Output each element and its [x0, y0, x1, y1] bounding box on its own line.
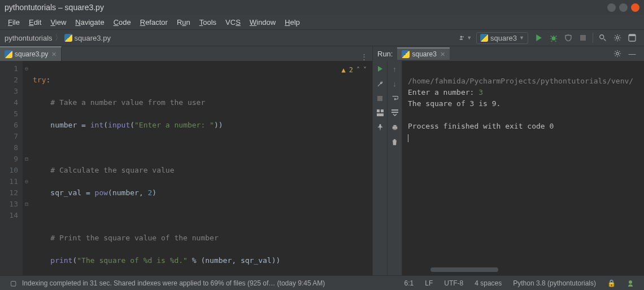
warning-count: 2 — [349, 64, 353, 76]
line-separator[interactable]: LF — [425, 279, 433, 287]
fold-column[interactable]: ⊖ ⊟⊖⊟ — [23, 61, 31, 275]
python-interpreter[interactable]: Python 3.8 (pythontutorials) — [513, 279, 596, 287]
next-highlight-icon[interactable]: ˅ — [363, 64, 367, 76]
ide-help-button[interactable] — [626, 32, 638, 44]
menu-run[interactable]: Run — [172, 16, 195, 28]
window-minimize-button[interactable] — [607, 3, 616, 12]
menu-help[interactable]: Help — [280, 16, 304, 28]
menu-tools[interactable]: Tools — [195, 16, 221, 28]
svg-rect-10 — [381, 109, 384, 112]
comment: # Calculate the square value — [50, 166, 174, 174]
run-console[interactable]: /home/fahmida/PycharmProjects/pythontuto… — [402, 61, 644, 275]
menu-view[interactable]: View — [46, 16, 71, 28]
chevron-down-icon: ▼ — [519, 35, 524, 41]
prev-highlight-icon[interactable]: ˄ — [356, 64, 360, 76]
kw-try: try — [33, 76, 46, 84]
breadcrumb[interactable]: pythontutorials 〉 square3.py — [5, 33, 111, 43]
run-panel: Run: square3 ✕ — ↑ ↓ — [373, 46, 644, 275]
run-tab[interactable]: square3 ✕ — [397, 47, 449, 60]
run-header: Run: square3 ✕ — — [373, 46, 644, 61]
menu-refactor[interactable]: Refactor — [136, 16, 172, 28]
svg-point-7 — [616, 52, 619, 55]
status-message: Indexing completed in 31 sec. Shared ind… — [22, 279, 325, 287]
debug-button[interactable] — [547, 32, 560, 44]
chevron-down-icon: ▼ — [467, 35, 472, 41]
console-line: The square of 3 is 9. — [408, 99, 501, 108]
settings-button[interactable] — [611, 32, 624, 44]
svg-point-1 — [552, 36, 556, 40]
console-input: 3 — [478, 88, 483, 96]
tab-options-icon[interactable]: ⋮ — [356, 52, 372, 61]
file-encoding[interactable]: UTF-8 — [444, 279, 463, 287]
trash-icon[interactable] — [390, 138, 399, 147]
editor-tab[interactable]: square3.py ✕ — [0, 46, 62, 61]
window-close-button[interactable] — [631, 3, 639, 12]
svg-point-3 — [600, 35, 604, 39]
warning-icon: ▲ — [342, 64, 346, 76]
scroll-to-end-icon[interactable] — [390, 108, 399, 117]
hector-icon[interactable] — [627, 280, 634, 287]
code-area[interactable]: try: # Take a number value from the user… — [31, 61, 372, 275]
console-line: Enter a number: — [408, 88, 478, 96]
down-icon[interactable]: ↓ — [390, 79, 399, 88]
line-gutter: 1234567 891011121314 — [0, 61, 23, 275]
indent-setting[interactable]: 4 spaces — [475, 279, 502, 287]
search-button[interactable] — [597, 32, 609, 44]
up-icon[interactable]: ↑ — [390, 64, 399, 73]
horizontal-scrollbar[interactable] — [430, 267, 498, 272]
run-tab-label: square3 — [412, 50, 436, 58]
add-user-icon[interactable]: ▼ — [459, 32, 472, 44]
breadcrumb-sep: 〉 — [55, 33, 62, 43]
wrench-icon[interactable] — [376, 79, 385, 88]
toolwindow-icon[interactable]: ▢ — [10, 279, 16, 287]
navigation-bar: pythontutorials 〉 square3.py ▼ square3 ▼ — [0, 29, 644, 46]
window-titlebar: pythontutorials – square3.py — [0, 0, 644, 15]
status-bar: ▢ Indexing completed in 31 sec. Shared i… — [0, 275, 644, 290]
tab-close-icon[interactable]: ✕ — [51, 51, 56, 58]
run-config-selector[interactable]: square3 ▼ — [476, 32, 528, 44]
hide-panel-icon[interactable]: — — [626, 47, 638, 60]
readonly-lock-icon[interactable]: 🔒 — [607, 279, 616, 287]
window-maximize-button[interactable] — [619, 3, 628, 12]
svg-rect-13 — [391, 112, 398, 113]
run-body: ↑ ↓ /home/fahmida/PycharmProjects/python… — [373, 61, 644, 275]
svg-rect-6 — [629, 34, 636, 36]
svg-rect-2 — [580, 35, 586, 41]
run-button[interactable] — [533, 32, 545, 44]
menu-file[interactable]: File — [3, 16, 24, 28]
code-editor[interactable]: 1234567 891011121314 ⊖ ⊟⊖⊟ try: # Take a… — [0, 61, 372, 275]
python-file-icon — [64, 34, 72, 42]
svg-rect-11 — [377, 113, 384, 116]
python-file-icon — [5, 50, 12, 58]
menu-vcs[interactable]: VCS — [221, 16, 245, 28]
caret-position[interactable]: 6:1 — [404, 279, 414, 287]
breadcrumb-project[interactable]: pythontutorials — [5, 34, 53, 42]
svg-point-17 — [629, 280, 632, 284]
rerun-button[interactable] — [376, 64, 385, 73]
menu-edit[interactable]: Edit — [24, 16, 46, 28]
python-icon — [480, 34, 488, 42]
layout-icon[interactable] — [376, 108, 385, 117]
stop-button[interactable] — [376, 94, 385, 103]
console-line: Process finished with exit code 0 — [408, 122, 554, 130]
menu-code[interactable]: Code — [109, 16, 136, 28]
svg-rect-16 — [393, 129, 396, 130]
editor-tabs: square3.py ✕ ⋮ — [0, 46, 372, 61]
separator — [593, 33, 593, 43]
svg-rect-12 — [391, 109, 398, 111]
python-icon — [402, 50, 410, 58]
inspection-widget[interactable]: ▲ 2 ˄ ˅ — [342, 64, 367, 76]
print-icon[interactable] — [390, 123, 399, 132]
coverage-button[interactable] — [562, 32, 575, 44]
breadcrumb-file[interactable]: square3.py — [75, 34, 111, 42]
menu-navigate[interactable]: Navigate — [71, 16, 108, 28]
run-label: Run: — [377, 50, 393, 58]
softwrap-icon[interactable] — [390, 94, 399, 103]
pin-icon[interactable] — [376, 123, 385, 132]
stop-button[interactable] — [577, 32, 589, 44]
run-tab-close-icon[interactable]: ✕ — [440, 51, 445, 58]
main-content: square3.py ✕ ⋮ 1234567 891011121314 ⊖ ⊟⊖… — [0, 46, 644, 275]
editor-tab-label: square3.py — [15, 50, 48, 58]
run-settings-icon[interactable] — [611, 47, 624, 60]
menu-window[interactable]: Window — [245, 16, 280, 28]
